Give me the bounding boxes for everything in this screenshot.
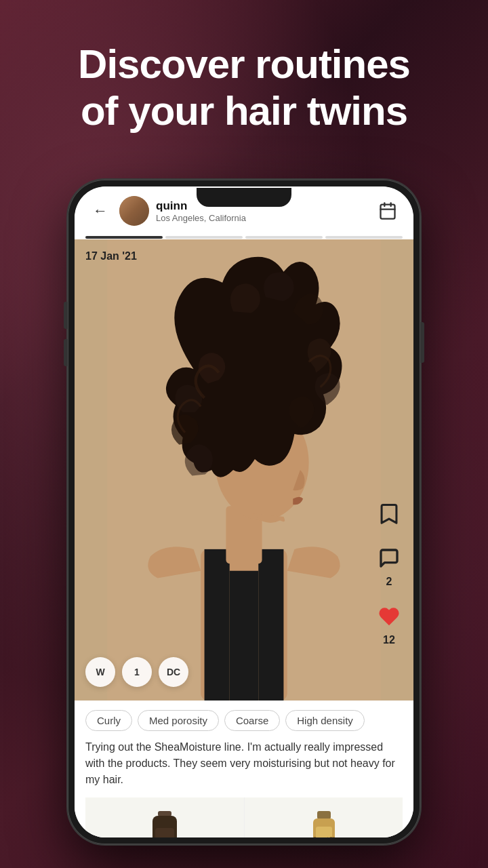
tag-coarse[interactable]: Coarse <box>224 710 280 731</box>
bookmark-action[interactable] <box>374 500 404 530</box>
product-bottle-1: SheaMoisture <box>146 808 183 837</box>
progress-bar-2 <box>165 236 243 239</box>
comment-icon <box>374 543 404 573</box>
post-details: Curly Med porosity Coarse High density T… <box>75 701 413 837</box>
comment-count: 2 <box>386 576 392 588</box>
svg-rect-6 <box>205 549 230 701</box>
progress-bars <box>75 235 413 239</box>
badge-1: 1 <box>122 657 152 687</box>
products-row: SheaMoisture Coconut Oil <box>85 797 403 837</box>
person-photo <box>75 239 413 701</box>
calendar-button[interactable] <box>375 199 400 223</box>
user-location: Los Angeles, California <box>156 213 246 223</box>
svg-rect-7 <box>258 549 283 701</box>
bookmark-icon <box>374 500 404 530</box>
heart-icon <box>374 601 404 631</box>
product-2[interactable]: Coconut Oil <box>245 797 403 837</box>
progress-bar-1 <box>85 236 163 239</box>
tag-curly[interactable]: Curly <box>85 710 132 731</box>
side-actions: 2 12 <box>374 500 404 646</box>
hero-section: Discover routines of your hair twins <box>0 27 488 148</box>
tag-density[interactable]: High density <box>285 710 365 731</box>
photo-area: 17 Jan '21 <box>75 239 413 701</box>
progress-bar-4 <box>325 236 403 239</box>
progress-bar-3 <box>245 236 323 239</box>
hair-tags: Curly Med porosity Coarse High density <box>85 710 403 731</box>
like-count: 12 <box>383 634 395 646</box>
product-1[interactable]: SheaMoisture <box>85 797 245 837</box>
svg-rect-0 <box>381 205 395 219</box>
comment-action[interactable]: 2 <box>374 543 404 588</box>
hero-title: Discover routines of your hair twins <box>41 41 447 134</box>
post-description: Trying out the SheaMoisture line. I'm ac… <box>85 739 403 788</box>
svg-rect-8 <box>230 571 259 701</box>
tag-porosity[interactable]: Med porosity <box>138 710 219 731</box>
badge-w: W <box>85 657 115 687</box>
back-button[interactable]: ← <box>88 199 113 223</box>
svg-rect-15 <box>155 828 174 837</box>
phone-mockup: ← quinn Los Angeles, California <box>68 180 420 844</box>
back-arrow-icon: ← <box>93 202 108 220</box>
product-tube-2: Coconut Oil <box>305 808 342 837</box>
badge-dc: DC <box>159 657 188 687</box>
svg-text:Coconut Oil: Coconut Oil <box>313 836 334 837</box>
post-date: 17 Jan '21 <box>85 250 137 262</box>
hair-type-badges: W 1 DC <box>85 657 188 687</box>
svg-rect-13 <box>158 811 171 816</box>
calendar-icon <box>378 201 397 220</box>
avatar <box>119 196 149 226</box>
like-action[interactable]: 12 <box>374 601 404 646</box>
svg-rect-17 <box>317 811 331 819</box>
